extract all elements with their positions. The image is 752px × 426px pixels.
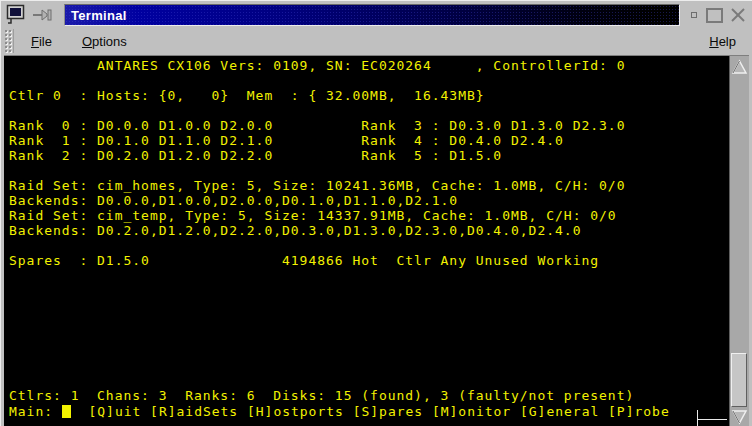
terminal-line: Backends: D0.2.0,D1.2.0,D2.2.0,D0.3.0,D1…	[9, 223, 729, 238]
terminal-line: Backends: D0.0.0,D1.0.0,D2.0.0,D0.1.0,D1…	[9, 193, 729, 208]
menu-options[interactable]: Options	[79, 33, 130, 50]
terminal-line	[9, 238, 729, 253]
terminal-line	[9, 163, 729, 178]
menu-help[interactable]: Help	[706, 33, 739, 50]
terminal-line: Raid Set: cim_homes, Type: 5, Size: 1024…	[9, 178, 729, 193]
terminal-line	[9, 358, 729, 373]
close-x-icon	[730, 8, 746, 22]
terminal-screen[interactable]: ANTARES CX106 Vers: 0109, SN: EC020264 ,…	[4, 56, 729, 426]
maximize-square-icon	[706, 8, 723, 23]
close-button[interactable]	[728, 7, 748, 23]
scrollbar-trough[interactable]	[730, 76, 749, 407]
scroll-down-button[interactable]	[730, 407, 749, 426]
maximize-button[interactable]	[704, 7, 724, 23]
terminal-line: Rank 2 : D0.2.0 D1.2.0 D2.2.0 Rank 5 : D…	[9, 148, 729, 163]
triangle-down-icon	[731, 409, 748, 425]
triangle-up-icon	[731, 59, 748, 75]
terminal-line: ANTARES CX106 Vers: 0109, SN: EC020264 ,…	[9, 58, 729, 73]
terminal-line	[9, 298, 729, 313]
terminal-line	[9, 343, 729, 358]
terminal-app-icon[interactable]	[6, 4, 26, 26]
terminal-prompt-line: Main: [Q]uit [R]aidSets [H]ostports [S]p…	[9, 403, 729, 418]
terminal-line	[9, 73, 729, 88]
terminal-line	[9, 313, 729, 328]
minimize-button[interactable]	[688, 7, 700, 23]
scrollbar-thumb[interactable]	[731, 353, 747, 407]
window-title: Terminal	[71, 9, 127, 22]
titlebar[interactable]: Terminal	[6, 4, 748, 26]
scroll-up-button[interactable]	[730, 57, 749, 76]
scrollbar[interactable]	[729, 56, 749, 426]
terminal-line: Spares : D1.5.0 4194866 Hot Ctlr Any Unu…	[9, 253, 729, 268]
text-cursor	[62, 405, 71, 418]
prompt-menu-options: [Q]uit [R]aidSets [H]ostports [S]pares […	[71, 404, 670, 419]
terminal-line: Ctlrs: 1 Chans: 3 Ranks: 6 Disks: 15 (fo…	[9, 388, 729, 403]
terminal-line: Ctlr 0 : Hosts: {0, 0} Mem : { 32.00MB, …	[9, 88, 729, 103]
terminal-line	[9, 283, 729, 298]
menubar: File Options Help	[4, 27, 749, 56]
terminal-line: Rank 0 : D0.0.0 D1.0.0 D2.0.0 Rank 3 : D…	[9, 118, 729, 133]
terminal-line	[9, 268, 729, 283]
terminal-line	[9, 328, 729, 343]
terminal-window: Terminal File Options Help	[0, 0, 752, 426]
sticky-pin-icon[interactable]	[32, 8, 56, 22]
prompt-prefix: Main:	[9, 404, 62, 419]
terminal-line	[9, 103, 729, 118]
menubar-grip[interactable]	[4, 29, 14, 53]
titlebar-buttons	[688, 7, 748, 23]
window-title-field[interactable]: Terminal	[64, 4, 680, 26]
menu-file[interactable]: File	[28, 33, 55, 50]
terminal-line: Rank 1 : D0.1.0 D1.1.0 D2.1.0 Rank 4 : D…	[9, 133, 729, 148]
terminal-lines: ANTARES CX106 Vers: 0109, SN: EC020264 ,…	[9, 58, 729, 403]
resize-corner-line	[697, 410, 698, 426]
window-content: ANTARES CX106 Vers: 0109, SN: EC020264 ,…	[4, 56, 749, 426]
terminal-line: Raid Set: cim_temp, Type: 5, Size: 14337…	[9, 208, 729, 223]
terminal-line	[9, 373, 729, 388]
minimize-dot-icon	[691, 12, 697, 18]
resize-corner-line	[697, 419, 727, 420]
